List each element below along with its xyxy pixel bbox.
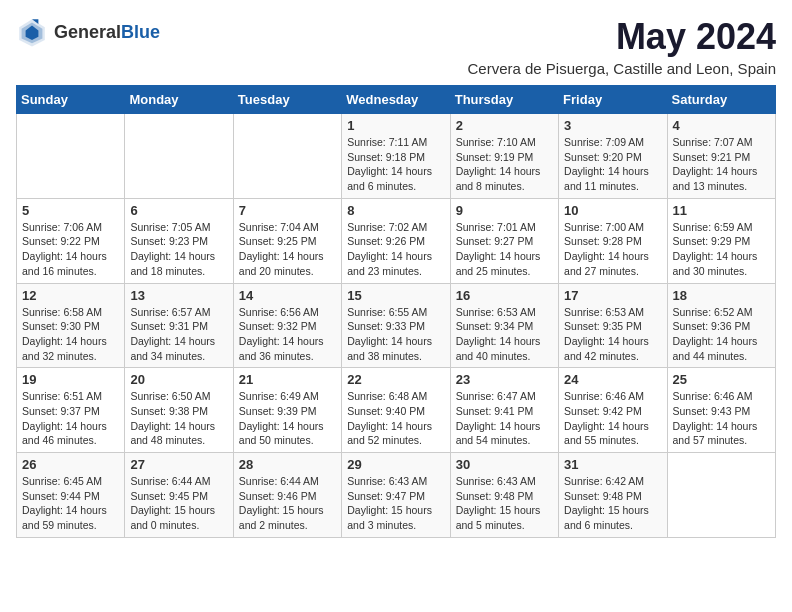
calendar-cell: 16Sunrise: 6:53 AMSunset: 9:34 PMDayligh… [450,283,558,368]
cell-line: Sunset: 9:47 PM [347,490,425,502]
calendar-cell: 21Sunrise: 6:49 AMSunset: 9:39 PMDayligh… [233,368,341,453]
title-area: May 2024 Cervera de Pisuerga, Castille a… [467,16,776,77]
day-number: 22 [347,372,444,387]
cell-line: Sunrise: 6:43 AM [347,475,427,487]
cell-line: Sunrise: 6:42 AM [564,475,644,487]
cell-line: Sunset: 9:21 PM [673,151,751,163]
calendar-cell: 4Sunrise: 7:07 AMSunset: 9:21 PMDaylight… [667,114,775,199]
cell-line: Daylight: 14 hours and 34 minutes. [130,335,215,362]
day-header-wednesday: Wednesday [342,86,450,114]
cell-line: Daylight: 14 hours and 20 minutes. [239,250,324,277]
logo-blue: Blue [121,22,160,43]
cell-line: Daylight: 14 hours and 55 minutes. [564,420,649,447]
cell-line: Sunrise: 6:56 AM [239,306,319,318]
cell-content: Sunrise: 7:02 AMSunset: 9:26 PMDaylight:… [347,220,444,279]
calendar-cell: 14Sunrise: 6:56 AMSunset: 9:32 PMDayligh… [233,283,341,368]
cell-content: Sunrise: 6:43 AMSunset: 9:47 PMDaylight:… [347,474,444,533]
week-row-5: 26Sunrise: 6:45 AMSunset: 9:44 PMDayligh… [17,453,776,538]
cell-line: Sunrise: 6:55 AM [347,306,427,318]
cell-line: Sunset: 9:34 PM [456,320,534,332]
cell-content: Sunrise: 6:53 AMSunset: 9:35 PMDaylight:… [564,305,661,364]
calendar-cell: 26Sunrise: 6:45 AMSunset: 9:44 PMDayligh… [17,453,125,538]
cell-line: Daylight: 14 hours and 59 minutes. [22,504,107,531]
day-number: 29 [347,457,444,472]
day-number: 24 [564,372,661,387]
cell-content: Sunrise: 6:49 AMSunset: 9:39 PMDaylight:… [239,389,336,448]
cell-line: Sunrise: 6:59 AM [673,221,753,233]
calendar-cell: 5Sunrise: 7:06 AMSunset: 9:22 PMDaylight… [17,198,125,283]
day-number: 14 [239,288,336,303]
day-header-monday: Monday [125,86,233,114]
day-header-thursday: Thursday [450,86,558,114]
cell-content: Sunrise: 7:10 AMSunset: 9:19 PMDaylight:… [456,135,553,194]
cell-line: Sunrise: 7:02 AM [347,221,427,233]
cell-content: Sunrise: 6:48 AMSunset: 9:40 PMDaylight:… [347,389,444,448]
cell-line: Daylight: 14 hours and 6 minutes. [347,165,432,192]
calendar-cell: 25Sunrise: 6:46 AMSunset: 9:43 PMDayligh… [667,368,775,453]
cell-content: Sunrise: 7:09 AMSunset: 9:20 PMDaylight:… [564,135,661,194]
cell-line: Sunset: 9:27 PM [456,235,534,247]
cell-line: Daylight: 14 hours and 46 minutes. [22,420,107,447]
header: General Blue May 2024 Cervera de Pisuerg… [16,16,776,77]
day-number: 12 [22,288,119,303]
week-row-2: 5Sunrise: 7:06 AMSunset: 9:22 PMDaylight… [17,198,776,283]
cell-line: Sunrise: 6:44 AM [239,475,319,487]
cell-line: Daylight: 15 hours and 0 minutes. [130,504,215,531]
cell-line: Sunrise: 7:07 AM [673,136,753,148]
location-title: Cervera de Pisuerga, Castille and Leon, … [467,60,776,77]
day-number: 30 [456,457,553,472]
day-number: 23 [456,372,553,387]
cell-line: Daylight: 14 hours and 36 minutes. [239,335,324,362]
cell-line: Sunset: 9:29 PM [673,235,751,247]
cell-line: Daylight: 14 hours and 30 minutes. [673,250,758,277]
logo-icon [16,16,48,48]
calendar-table: SundayMondayTuesdayWednesdayThursdayFrid… [16,85,776,538]
cell-line: Daylight: 15 hours and 3 minutes. [347,504,432,531]
cell-line: Sunrise: 7:01 AM [456,221,536,233]
calendar-cell: 9Sunrise: 7:01 AMSunset: 9:27 PMDaylight… [450,198,558,283]
cell-line: Sunset: 9:33 PM [347,320,425,332]
calendar-cell: 23Sunrise: 6:47 AMSunset: 9:41 PMDayligh… [450,368,558,453]
cell-line: Daylight: 14 hours and 54 minutes. [456,420,541,447]
calendar-cell: 22Sunrise: 6:48 AMSunset: 9:40 PMDayligh… [342,368,450,453]
cell-line: Sunset: 9:38 PM [130,405,208,417]
cell-line: Daylight: 14 hours and 42 minutes. [564,335,649,362]
cell-content: Sunrise: 6:53 AMSunset: 9:34 PMDaylight:… [456,305,553,364]
calendar-cell: 12Sunrise: 6:58 AMSunset: 9:30 PMDayligh… [17,283,125,368]
day-number: 20 [130,372,227,387]
cell-line: Daylight: 14 hours and 16 minutes. [22,250,107,277]
cell-line: Sunset: 9:19 PM [456,151,534,163]
day-header-friday: Friday [559,86,667,114]
day-number: 18 [673,288,770,303]
cell-line: Daylight: 14 hours and 44 minutes. [673,335,758,362]
day-number: 27 [130,457,227,472]
cell-line: Daylight: 15 hours and 6 minutes. [564,504,649,531]
cell-content: Sunrise: 6:59 AMSunset: 9:29 PMDaylight:… [673,220,770,279]
calendar-cell: 13Sunrise: 6:57 AMSunset: 9:31 PMDayligh… [125,283,233,368]
day-number: 13 [130,288,227,303]
cell-line: Sunset: 9:26 PM [347,235,425,247]
day-header-tuesday: Tuesday [233,86,341,114]
day-number: 10 [564,203,661,218]
cell-content: Sunrise: 6:58 AMSunset: 9:30 PMDaylight:… [22,305,119,364]
cell-line: Sunset: 9:46 PM [239,490,317,502]
cell-line: Sunrise: 7:04 AM [239,221,319,233]
calendar-cell: 2Sunrise: 7:10 AMSunset: 9:19 PMDaylight… [450,114,558,199]
cell-line: Daylight: 14 hours and 57 minutes. [673,420,758,447]
cell-line: Daylight: 15 hours and 5 minutes. [456,504,541,531]
day-number: 8 [347,203,444,218]
cell-content: Sunrise: 6:44 AMSunset: 9:46 PMDaylight:… [239,474,336,533]
cell-content: Sunrise: 6:56 AMSunset: 9:32 PMDaylight:… [239,305,336,364]
day-number: 21 [239,372,336,387]
cell-line: Daylight: 14 hours and 32 minutes. [22,335,107,362]
cell-content: Sunrise: 6:45 AMSunset: 9:44 PMDaylight:… [22,474,119,533]
day-number: 3 [564,118,661,133]
cell-line: Sunrise: 6:46 AM [564,390,644,402]
week-row-3: 12Sunrise: 6:58 AMSunset: 9:30 PMDayligh… [17,283,776,368]
cell-content: Sunrise: 7:01 AMSunset: 9:27 PMDaylight:… [456,220,553,279]
cell-line: Sunrise: 7:10 AM [456,136,536,148]
cell-content: Sunrise: 6:42 AMSunset: 9:48 PMDaylight:… [564,474,661,533]
calendar-cell: 10Sunrise: 7:00 AMSunset: 9:28 PMDayligh… [559,198,667,283]
cell-line: Sunset: 9:18 PM [347,151,425,163]
cell-line: Sunrise: 6:44 AM [130,475,210,487]
